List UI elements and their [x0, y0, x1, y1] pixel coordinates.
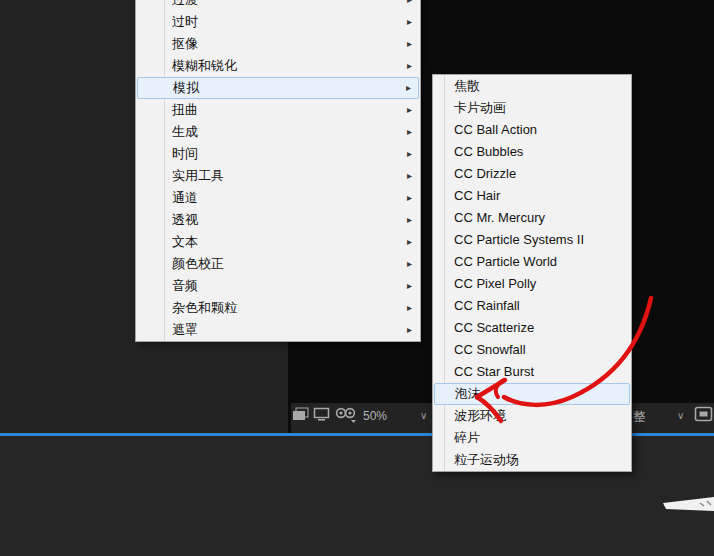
- submenu-arrow-icon: ▸: [407, 209, 412, 231]
- zoom-chevron-icon[interactable]: ∨: [420, 410, 427, 421]
- menu-item-time[interactable]: 时间▸: [136, 143, 420, 165]
- submenu-arrow-icon: ▸: [407, 187, 412, 209]
- submenu-item-cc-snowfall[interactable]: CC Snowfall: [433, 339, 631, 361]
- submenu-arrow-icon: ▸: [407, 165, 412, 187]
- simulation-submenu: 焦散 卡片动画 CC Ball Action CC Bubbles CC Dri…: [432, 74, 632, 472]
- resolution-dropdown-partial[interactable]: 整: [633, 408, 646, 426]
- menu-item-noise-grain[interactable]: 杂色和颗粒▸: [136, 297, 420, 319]
- submenu-item-cc-ball-action[interactable]: CC Ball Action: [433, 119, 631, 141]
- menu-item-utility[interactable]: 实用工具▸: [136, 165, 420, 187]
- menu-item-generate[interactable]: 生成▸: [136, 121, 420, 143]
- submenu-arrow-icon: ▸: [407, 275, 412, 297]
- submenu-item-particle-playground[interactable]: 粒子运动场: [433, 449, 631, 471]
- zoom-level-dropdown[interactable]: 50%: [363, 409, 387, 423]
- submenu-arrow-icon: ▸: [407, 11, 412, 33]
- submenu-item-cc-pixel-polly[interactable]: CC Pixel Polly: [433, 273, 631, 295]
- menu-item-matte[interactable]: 遮罩▸: [136, 319, 420, 341]
- submenu-arrow-icon: ▸: [407, 99, 412, 121]
- submenu-item-caustics[interactable]: 焦散: [433, 75, 631, 97]
- submenu-item-cc-mr-mercury[interactable]: CC Mr. Mercury: [433, 207, 631, 229]
- menu-item-color-correction[interactable]: 颜色校正▸: [136, 253, 420, 275]
- submenu-item-wave-world[interactable]: 波形环境: [433, 405, 631, 427]
- submenu-item-cc-particle-world[interactable]: CC Particle World: [433, 251, 631, 273]
- submenu-item-cc-hair[interactable]: CC Hair: [433, 185, 631, 207]
- submenu-arrow-icon: ▸: [407, 253, 412, 275]
- effect-context-menu: 过渡▸ 过时▸ 抠像▸ 模糊和锐化▸ 模拟▸ 扭曲▸ 生成▸ 时间▸ 实用工具▸…: [135, 0, 421, 342]
- menu-item-perspective[interactable]: 透视▸: [136, 209, 420, 231]
- stereo-goggles-icon[interactable]: [335, 406, 357, 424]
- submenu-arrow-icon: ▸: [406, 77, 411, 99]
- submenu-item-cc-drizzle[interactable]: CC Drizzle: [433, 163, 631, 185]
- region-of-interest-icon[interactable]: [694, 406, 713, 423]
- submenu-item-cc-bubbles[interactable]: CC Bubbles: [433, 141, 631, 163]
- menu-item-blur-sharpen[interactable]: 模糊和锐化▸: [136, 55, 420, 77]
- submenu-item-foam[interactable]: 泡沫: [434, 383, 630, 405]
- stacked-panels-icon[interactable]: [292, 407, 310, 423]
- submenu-arrow-icon: ▸: [407, 297, 412, 319]
- submenu-arrow-icon: ▸: [407, 231, 412, 253]
- resolution-chevron-icon[interactable]: ∨: [677, 410, 684, 421]
- menu-item-distort[interactable]: 扭曲▸: [136, 99, 420, 121]
- menu-item-audio[interactable]: 音频▸: [136, 275, 420, 297]
- submenu-item-card-dance[interactable]: 卡片动画: [433, 97, 631, 119]
- after-effects-window: 50% ∨ 整 ∨ 1 ≡ 09 ps): [0, 0, 714, 556]
- submenu-item-cc-star-burst[interactable]: CC Star Burst: [433, 361, 631, 383]
- submenu-arrow-icon: ▸: [407, 121, 412, 143]
- submenu-item-cc-rainfall[interactable]: CC Rainfall: [433, 295, 631, 317]
- submenu-item-cc-particle-systems-ii[interactable]: CC Particle Systems II: [433, 229, 631, 251]
- menu-item-channel[interactable]: 通道▸: [136, 187, 420, 209]
- submenu-item-shatter[interactable]: 碎片: [433, 427, 631, 449]
- submenu-arrow-icon: ▸: [407, 0, 412, 11]
- menu-item-keying[interactable]: 抠像▸: [136, 33, 420, 55]
- ui-fragment: [660, 495, 714, 512]
- monitor-icon[interactable]: [313, 407, 331, 423]
- submenu-arrow-icon: ▸: [407, 319, 412, 341]
- submenu-arrow-icon: ▸: [407, 143, 412, 165]
- submenu-arrow-icon: ▸: [407, 55, 412, 77]
- submenu-item-cc-scatterize[interactable]: CC Scatterize: [433, 317, 631, 339]
- submenu-arrow-icon: ▸: [407, 33, 412, 55]
- menu-item-transition-partial[interactable]: 过渡▸: [136, 0, 420, 11]
- menu-item-text[interactable]: 文本▸: [136, 231, 420, 253]
- menu-item-simulation[interactable]: 模拟▸: [137, 77, 419, 99]
- menu-item-obsolete[interactable]: 过时▸: [136, 11, 420, 33]
